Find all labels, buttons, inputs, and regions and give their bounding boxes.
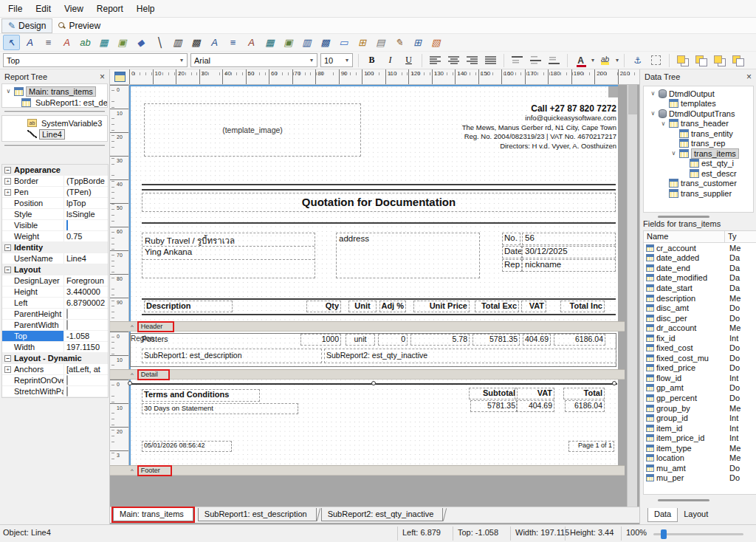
detail-unit[interactable]: unit — [346, 334, 375, 346]
close-icon[interactable]: × — [100, 72, 105, 81]
region-tool[interactable]: ▭ — [335, 35, 352, 50]
scrollbar-thumb[interactable] — [628, 85, 637, 114]
menu-item[interactable]: Report — [90, 1, 130, 17]
font-combobox[interactable]: Arial ▾ — [190, 53, 317, 67]
collapse-icon[interactable]: − — [4, 244, 11, 251]
gp_amt[interactable]: gp_amt Do — [644, 383, 756, 394]
terms-text[interactable]: 30 Days on Statement — [142, 403, 298, 414]
property-row-visible[interactable]: Visible — [2, 220, 108, 231]
property-row-style[interactable]: StylelsSingle — [2, 209, 108, 220]
property-row-designlayer[interactable]: DesignLayerForegroun — [2, 275, 108, 287]
collapse-icon[interactable]: − — [4, 267, 11, 273]
col-total-inc[interactable]: Total Inc — [560, 301, 605, 312]
chevron-down-icon[interactable]: ∨ — [5, 88, 12, 95]
collapse-icon[interactable]: − — [4, 355, 11, 362]
tree-item-line4[interactable]: Line4 — [2, 128, 107, 140]
item_type[interactable]: item_type Me — [644, 443, 756, 453]
send-to-back-button[interactable] — [693, 53, 709, 67]
disc_per[interactable]: disc_per Do — [644, 313, 756, 323]
chevron-down-icon[interactable]: ∨ — [670, 150, 677, 157]
template-image-placeholder[interactable]: (template_image) — [144, 103, 361, 157]
column-name[interactable]: Name — [644, 231, 725, 242]
tab-subreport2[interactable]: SubReport2: est_qty_inactive — [321, 508, 444, 521]
tree-item-systemvariable3[interactable]: ab SystemVariable3 — [2, 117, 107, 128]
calc-tool[interactable]: ▦ — [95, 35, 112, 50]
date-value[interactable]: 30/12/2025 — [522, 246, 616, 258]
fixed_cost_mu[interactable]: fixed_cost_mu Do — [644, 353, 756, 363]
mu_amt[interactable]: mu_amt Do — [644, 463, 756, 473]
no-label[interactable]: No. — [502, 233, 520, 245]
italic-button[interactable]: I — [382, 53, 398, 67]
property-row-parentheight[interactable]: ParentHeight — [2, 309, 108, 320]
date_added[interactable]: date_added Da — [644, 253, 756, 264]
selection-handle[interactable] — [371, 381, 376, 385]
fixed_cost[interactable]: fixed_cost Do — [644, 343, 756, 353]
detail-adj[interactable]: 0 — [378, 334, 408, 346]
chevron-down-icon[interactable]: ∨ — [650, 90, 656, 97]
detail-total-exc[interactable]: 5781.35 — [472, 334, 520, 346]
expand-icon[interactable]: + — [4, 178, 11, 185]
chevron-down-icon[interactable]: ▾ — [616, 57, 619, 64]
subtotal-label[interactable]: Subtotal — [469, 388, 518, 399]
variable-tool[interactable]: ab — [77, 35, 94, 50]
checkbox-unchecked[interactable] — [66, 320, 68, 330]
property-row-weight[interactable]: Weight0.75 — [2, 231, 108, 242]
checkbox-unchecked[interactable] — [66, 375, 68, 385]
db-2dbarcode-tool[interactable]: ▩ — [317, 35, 334, 50]
tab-preview[interactable]: Preview — [52, 18, 106, 33]
disc_amt[interactable]: disc_amt Do — [644, 303, 756, 313]
vertical-scrollbar[interactable] — [627, 85, 637, 507]
expand-icon[interactable]: + — [4, 366, 11, 373]
col-description[interactable]: Description — [144, 301, 233, 312]
chevron-down-icon[interactable]: ▾ — [306, 54, 317, 66]
valign-middle-button[interactable] — [528, 53, 543, 67]
location[interactable]: location Me — [644, 453, 756, 463]
image-tool[interactable]: ▣ — [114, 35, 131, 50]
customer-block[interactable]: Ruby Travel / รูบี้ทราเวล Ying Ankana — [142, 233, 315, 278]
detail-total-inc[interactable]: 6186.04 — [554, 334, 605, 346]
menu-item[interactable]: View — [58, 1, 90, 17]
divider-line[interactable] — [142, 184, 616, 185]
no-value[interactable]: 56 — [522, 233, 616, 245]
tree-item-subreport1[interactable]: SubReport1: est_de — [2, 97, 107, 108]
subreport2-placeholder[interactable]: SubReport2: est_qty_inactive — [324, 349, 616, 363]
label-tool[interactable]: A — [21, 35, 38, 50]
terms-title[interactable]: Terms and Conditions — [142, 389, 260, 402]
expand-icon[interactable]: + — [4, 189, 11, 196]
cr_account[interactable]: cr_account Me — [644, 243, 756, 253]
chevron-down-icon[interactable]: ∨ — [650, 110, 656, 117]
property-row-pen[interactable]: +Pen(TPen) — [2, 187, 108, 198]
detail-unit-price[interactable]: 5.78 — [410, 334, 470, 346]
divider-line[interactable] — [142, 314, 616, 315]
barcode-tool[interactable]: ▥ — [169, 35, 186, 50]
total-label[interactable]: Total — [563, 388, 605, 399]
date-label[interactable]: Date — [502, 246, 522, 258]
valign-bottom-button[interactable] — [546, 53, 562, 67]
group_id[interactable]: group_id Int — [644, 413, 756, 423]
anchor-button[interactable]: ⚓ — [630, 53, 645, 67]
tab-layout[interactable]: Layout — [678, 508, 714, 522]
vat-label[interactable]: VAT — [515, 388, 554, 399]
horizontal-scrollbar[interactable] — [658, 216, 709, 218]
tree-item-trans-header[interactable]: ∨ trans_header — [644, 119, 753, 129]
chevron-down-icon[interactable]: ∨ — [660, 120, 667, 127]
valign-top-button[interactable] — [509, 53, 525, 67]
header-band-label[interactable]: Header — [137, 321, 175, 332]
subreport1-placeholder[interactable]: SubReport1: est_description — [142, 349, 322, 363]
detail-qty[interactable]: 1000 — [300, 334, 341, 346]
property-row-position[interactable]: PositionlpTop — [2, 198, 108, 209]
highlight-color-button[interactable]: ab — [597, 53, 613, 67]
chevron-down-icon[interactable]: ▾ — [591, 57, 594, 64]
selection-handle[interactable] — [612, 381, 616, 385]
chevron-down-icon[interactable]: ▾ — [176, 54, 187, 66]
fix_id[interactable]: fix_id Int — [644, 333, 756, 343]
ruler-corner[interactable] — [110, 69, 129, 84]
font-color-button[interactable]: A — [573, 53, 588, 67]
db-image-tool[interactable]: ▣ — [280, 35, 297, 50]
barcode2d-tool[interactable]: ▩ — [188, 35, 205, 50]
report-page[interactable]: (template_image) Call +27 87 820 7272 in… — [129, 85, 618, 465]
rep-value[interactable]: nickname — [522, 259, 616, 272]
move-backward-button[interactable] — [730, 53, 746, 67]
bring-to-front-button[interactable] — [675, 53, 690, 67]
chevron-down-icon[interactable]: ▾ — [342, 54, 352, 66]
